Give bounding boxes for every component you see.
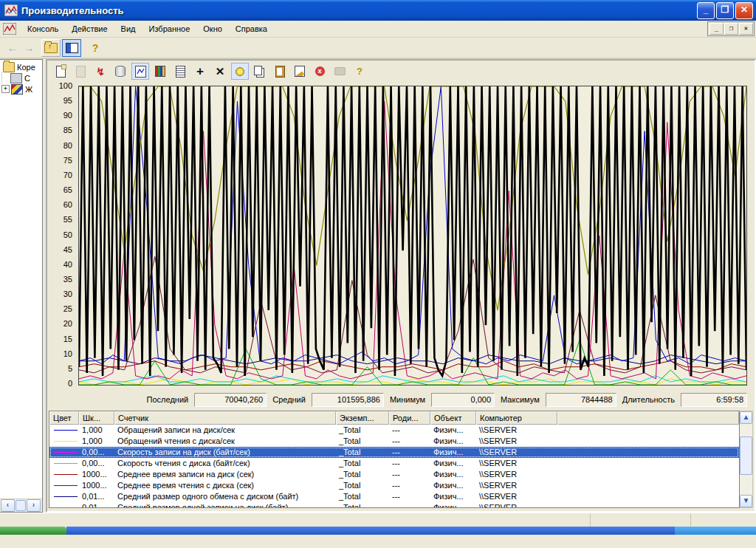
close-button[interactable]: ✕ bbox=[735, 2, 753, 19]
legend-row[interactable]: 0,00...Скорость записи на диск (байт/сек… bbox=[49, 447, 739, 458]
freeze-display-button[interactable]: x bbox=[311, 63, 329, 80]
legend-row[interactable]: 1000...Среднее время записи на диск (сек… bbox=[49, 469, 739, 480]
properties-button[interactable] bbox=[291, 63, 309, 80]
console-toolbar: ← → ? bbox=[0, 38, 756, 59]
counter-color-swatch bbox=[49, 463, 79, 464]
system-monitor-panel: ↯+✕x? 1009590858075706560555045403530252… bbox=[46, 59, 756, 513]
legend-column-header[interactable]: Шк... bbox=[79, 411, 114, 425]
console-help-button[interactable]: ? bbox=[86, 39, 105, 57]
up-one-level-button[interactable] bbox=[41, 39, 61, 57]
counter-name: Обращений чтения с диска/сек bbox=[114, 436, 336, 447]
counter-name: Скорость записи на диск (байт/сек) bbox=[114, 447, 336, 458]
help-button[interactable]: ? bbox=[351, 63, 368, 80]
legend-row[interactable]: 1,000Обращений чтения с диска/сек_Total-… bbox=[49, 436, 739, 447]
copy-properties-button[interactable] bbox=[251, 63, 269, 80]
stat-label-минимум: Минимум bbox=[390, 395, 425, 404]
counter-scale: 1000... bbox=[79, 480, 114, 491]
view-current-activity-button[interactable]: ↯ bbox=[92, 63, 109, 80]
delete-counter-button[interactable]: ✕ bbox=[211, 63, 229, 80]
menu-избранное[interactable]: Избранное bbox=[142, 23, 197, 35]
start-button[interactable] bbox=[0, 527, 66, 535]
counter-legend: ЦветШк...СчетчикЭкземп...Роди...ОбъектКо… bbox=[49, 411, 740, 508]
scroll-left-button[interactable]: ‹ bbox=[1, 499, 15, 512]
menu-консоль[interactable]: Консоль bbox=[21, 23, 65, 35]
y-tick-label: 80 bbox=[47, 141, 72, 150]
menu-действие[interactable]: Действие bbox=[65, 23, 114, 35]
legend-column-header[interactable]: Цвет bbox=[49, 411, 79, 425]
show-console-tree-button[interactable] bbox=[62, 39, 81, 57]
legend-column-header[interactable]: Объект bbox=[430, 411, 476, 425]
counter-computer: \\SERVER bbox=[476, 447, 557, 458]
help-icon: ? bbox=[357, 66, 362, 77]
y-tick-label: 0 bbox=[47, 379, 72, 388]
legend-row[interactable]: 1000...Среднее время чтения с диска (сек… bbox=[49, 480, 739, 491]
performance-icon bbox=[4, 4, 18, 16]
legend-column-header[interactable]: Компьютер bbox=[476, 411, 557, 425]
highlight-icon bbox=[236, 67, 244, 76]
chart-plot bbox=[78, 86, 747, 386]
minimize-button[interactable]: _ bbox=[697, 2, 715, 19]
new-counter-set-button[interactable] bbox=[52, 63, 69, 80]
y-tick-label: 85 bbox=[47, 126, 72, 134]
legend-column-header[interactable]: Роди... bbox=[389, 411, 430, 425]
stat-value-минимум: 0,000 bbox=[431, 393, 495, 407]
menu-вид[interactable]: Вид bbox=[114, 23, 142, 35]
series-navy-avg-transfer-size bbox=[79, 355, 746, 364]
series-darkred-avg-write-time bbox=[79, 361, 746, 370]
tree-item-ж[interactable]: +Ж bbox=[1, 83, 42, 95]
legend-column-header-filler bbox=[557, 411, 739, 425]
counter-color-swatch bbox=[49, 430, 79, 431]
legend-row[interactable]: 1,000Обращений записи на диск/сек_Total-… bbox=[49, 425, 739, 436]
legend-column-header[interactable]: Экземп... bbox=[336, 411, 389, 425]
view-graph-button[interactable] bbox=[131, 63, 149, 80]
y-tick-label: 100 bbox=[47, 81, 72, 90]
tree-item-с[interactable]: С bbox=[1, 72, 42, 83]
console-tree-panel: КореС+Ж ‹ › bbox=[0, 59, 43, 513]
menu-окно[interactable]: Окно bbox=[196, 23, 229, 35]
view-log-data-button[interactable] bbox=[111, 63, 129, 80]
mdi-minimize-button[interactable]: _ bbox=[709, 23, 724, 35]
y-tick-label: 20 bbox=[47, 319, 72, 328]
scroll-up-button[interactable]: ▲ bbox=[740, 411, 752, 424]
tree-horizontal-scrollbar[interactable]: ‹ › bbox=[0, 499, 42, 512]
back-button[interactable]: ← bbox=[4, 41, 21, 54]
performance-monitor-window: Производительность _ ❐ ✕ КонсольДействие… bbox=[0, 0, 756, 527]
counter-object: Физич... bbox=[430, 436, 476, 447]
restore-button[interactable]: ❐ bbox=[716, 2, 734, 19]
legend-vertical-scrollbar[interactable]: ▲ ▼ bbox=[740, 411, 753, 508]
counter-scale: 0,00... bbox=[79, 447, 114, 458]
menu-справка[interactable]: Справка bbox=[229, 23, 274, 35]
counter-parent: --- bbox=[389, 447, 430, 458]
scroll-down-button[interactable]: ▼ bbox=[740, 495, 752, 507]
expander-icon[interactable]: + bbox=[1, 85, 10, 93]
counter-name: Среднее время чтения с диска (сек) bbox=[114, 480, 336, 491]
view-histogram-icon bbox=[155, 66, 165, 77]
freeze-display-icon: x bbox=[315, 66, 325, 76]
legend-row[interactable]: 0,00...Скорость чтения с диска (байт/сек… bbox=[49, 458, 739, 469]
scrollbar-thumb[interactable] bbox=[16, 500, 26, 511]
forward-button[interactable]: → bbox=[21, 41, 37, 54]
legend-row[interactable]: 0,01...Средний размер одного обмена с ди… bbox=[49, 491, 739, 502]
legend-column-header[interactable]: Счетчик bbox=[114, 411, 336, 425]
mdi-close-button[interactable]: ✕ bbox=[739, 23, 753, 35]
view-histogram-button[interactable] bbox=[151, 63, 169, 80]
paste-counter-list-button[interactable] bbox=[271, 63, 289, 80]
legend-row[interactable]: 0,01...Средний размер одной записи на ди… bbox=[49, 502, 739, 507]
counter-color-swatch bbox=[49, 485, 79, 486]
status-bar bbox=[0, 513, 756, 527]
y-tick-label: 10 bbox=[47, 349, 72, 358]
series-highlighted-write-bytes-black bbox=[79, 86, 746, 376]
counter-computer: \\SERVER bbox=[476, 436, 557, 447]
scrollbar-thumb[interactable] bbox=[740, 436, 752, 475]
stat-label-длительность: Длительность bbox=[622, 395, 675, 404]
highlight-button[interactable] bbox=[231, 63, 249, 80]
y-tick-label: 60 bbox=[47, 200, 72, 209]
view-report-button[interactable] bbox=[171, 63, 189, 80]
scroll-right-button[interactable]: › bbox=[27, 499, 41, 512]
counter-computer: \\SERVER bbox=[476, 469, 557, 480]
tree-item-коре[interactable]: Коре bbox=[1, 61, 42, 72]
add-counter-button[interactable]: + bbox=[191, 63, 209, 80]
counter-object: Физич... bbox=[430, 458, 476, 469]
tree-item-label: С bbox=[24, 74, 30, 83]
mdi-restore-button[interactable]: ❐ bbox=[724, 23, 738, 35]
